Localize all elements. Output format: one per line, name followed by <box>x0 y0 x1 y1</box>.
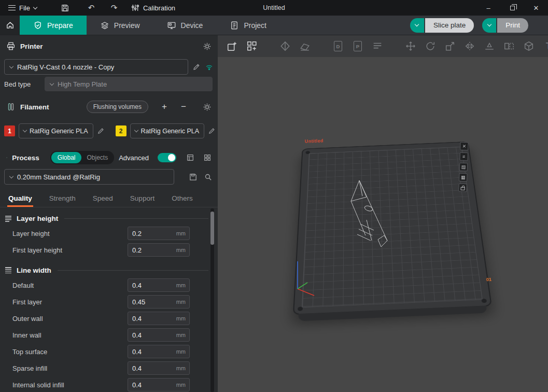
print-dropdown-button[interactable] <box>482 18 496 33</box>
file-menu-label: File <box>19 4 30 12</box>
save-button[interactable] <box>59 2 72 14</box>
flushing-volumes-button[interactable]: Flushing volumes <box>87 101 148 113</box>
process-preset-select[interactable]: 0.20mm Standard @RatRig <box>4 169 174 185</box>
scope-objects-button[interactable]: Objects <box>81 154 113 161</box>
param-unit: mm <box>176 332 189 338</box>
plate-name-button[interactable]: ▤ <box>459 163 468 172</box>
viewport-canvas[interactable]: Untitled 01 ✕ ≡ ▤ ▦ <box>218 57 548 392</box>
model-wireframe[interactable] <box>340 174 397 255</box>
print-button[interactable]: Print <box>482 18 528 33</box>
mirror-button[interactable] <box>462 38 477 54</box>
shield-check-icon <box>33 21 43 30</box>
tab-device-label: Device <box>181 21 203 30</box>
layer-list-button[interactable] <box>370 38 385 54</box>
filament-1-color-swatch[interactable]: 1 <box>4 125 15 136</box>
plate-fill-button[interactable]: ▦ <box>459 173 468 182</box>
param-row: Outer wall 0.4 mm <box>0 310 218 327</box>
home-button[interactable] <box>0 16 20 35</box>
text-tool-button[interactable]: T <box>541 38 548 54</box>
outer-wall-line-width-input[interactable]: 0.4 mm <box>128 312 190 325</box>
tab-device[interactable]: Device <box>153 16 217 35</box>
remove-filament-button[interactable]: − <box>178 102 189 112</box>
divider <box>64 218 208 219</box>
filament-1-edit-button[interactable] <box>97 127 105 135</box>
default-line-width-input[interactable]: 0.4 mm <box>128 278 190 292</box>
minimize-button[interactable]: – <box>476 0 500 16</box>
redo-button[interactable]: ↷ <box>107 2 121 14</box>
tab-speed[interactable]: Speed <box>93 194 113 202</box>
filament-settings-button[interactable] <box>203 103 212 111</box>
import-preset-button[interactable]: P <box>350 38 365 54</box>
parameter-table-button[interactable] <box>186 153 194 162</box>
close-button[interactable]: ✕ <box>524 0 548 16</box>
printer-connection-button[interactable] <box>205 63 214 72</box>
chevron-down-icon <box>487 22 491 26</box>
inner-wall-line-width-input[interactable]: 0.4 mm <box>128 328 190 342</box>
param-value: 0.4 <box>128 381 176 389</box>
top-surface-line-width-input[interactable]: 0.4 mm <box>128 345 190 358</box>
print-label: Print <box>497 18 528 33</box>
tab-project[interactable]: Project <box>216 16 280 35</box>
window-title: Untitled <box>263 0 285 16</box>
scale-button[interactable] <box>443 38 457 54</box>
plate-delete-button[interactable]: ✕ <box>460 142 469 151</box>
import-geometry-button[interactable]: D <box>331 38 345 54</box>
layer-height-input[interactable]: 0.2 mm <box>128 227 190 240</box>
file-menu-button[interactable]: File <box>5 2 40 14</box>
undo-button[interactable]: ↶ <box>85 2 98 14</box>
printer-settings-button[interactable] <box>203 42 212 51</box>
plate-lock-button[interactable] <box>458 184 467 192</box>
maximize-button[interactable] <box>500 0 524 16</box>
split-to-parts-button[interactable] <box>522 38 536 54</box>
save-preset-button[interactable] <box>189 173 198 181</box>
list-icon <box>186 153 194 162</box>
redo-icon: ↷ <box>111 3 118 12</box>
titlebar: File ↶ ↷ Calibration Untitled – ✕ <box>0 0 548 16</box>
advanced-toggle[interactable] <box>158 153 176 162</box>
filament-2-select[interactable]: RatRig Generic PLA <box>130 123 205 138</box>
add-filament-button[interactable]: + <box>159 102 170 112</box>
rotate-button[interactable] <box>423 38 438 54</box>
split-to-objects-button[interactable] <box>502 38 516 54</box>
filament-2-edit-button[interactable] <box>208 127 216 135</box>
param-value: 0.4 <box>128 282 176 289</box>
slice-plate-button[interactable]: Slice plate <box>410 18 474 33</box>
first-layer-line-width-input[interactable]: 0.45 mm <box>128 295 190 309</box>
lay-flat-button[interactable] <box>298 38 312 54</box>
scope-global-button[interactable]: Global <box>51 152 82 163</box>
filament-1-select[interactable]: RatRig Generic PLA <box>19 123 93 138</box>
printer-preset-select[interactable]: RatRig V-Cast 0.4 nozzle - Copy <box>4 59 188 75</box>
doc-letter: D <box>336 44 340 49</box>
tab-strength[interactable]: Strength <box>49 194 76 202</box>
search-preset-button[interactable] <box>204 173 213 181</box>
slice-dropdown-button[interactable] <box>410 18 424 33</box>
tab-preview[interactable]: Preview <box>87 16 153 35</box>
tab-prepare[interactable]: Prepare <box>20 16 87 35</box>
auto-orient-button[interactable] <box>278 38 292 54</box>
scrollbar-thumb[interactable] <box>210 212 214 245</box>
add-plate-button[interactable] <box>225 38 240 54</box>
sidebar-scrollbar[interactable] <box>210 208 214 392</box>
chevron-down-icon <box>134 128 138 132</box>
tab-support[interactable]: Support <box>130 194 154 202</box>
advanced-label: Advanced <box>119 154 149 162</box>
sparse-infill-line-width-input[interactable]: 0.4 mm <box>128 361 190 375</box>
move-button[interactable] <box>403 38 418 54</box>
calibration-button[interactable]: Calibration <box>131 4 175 12</box>
plate-name-label: Untitled <box>305 138 324 144</box>
lay-on-face-button[interactable] <box>482 38 497 54</box>
printer-edit-button[interactable] <box>192 63 201 71</box>
group-title: Line width <box>17 267 51 274</box>
filament-2-color-swatch[interactable]: 2 <box>116 125 127 136</box>
param-row: Default 0.4 mm <box>0 277 218 293</box>
tab-others[interactable]: Others <box>172 194 193 202</box>
first-layer-height-input[interactable]: 0.2 mm <box>128 243 190 257</box>
tab-quality[interactable]: Quality <box>8 194 32 202</box>
internal-solid-infill-line-width-input[interactable]: 0.4 mm <box>128 378 190 391</box>
bed-type-select[interactable]: High Temp Plate <box>45 77 213 91</box>
plate-settings-button[interactable]: ≡ <box>459 152 468 161</box>
compare-presets-button[interactable] <box>203 153 212 162</box>
calibration-label: Calibration <box>143 4 175 12</box>
arrange-button[interactable] <box>245 38 259 54</box>
param-row: First layer 0.45 mm <box>0 293 218 310</box>
